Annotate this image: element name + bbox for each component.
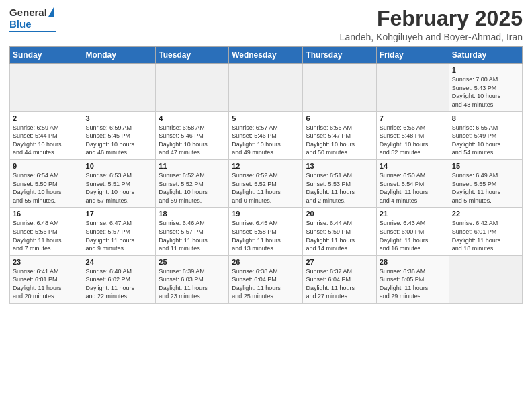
calendar-cell: [83, 64, 156, 111]
day-info: Sunrise: 6:59 AM Sunset: 5:45 PM Dayligh…: [86, 124, 153, 157]
calendar-cell: 14Sunrise: 6:50 AM Sunset: 5:54 PM Dayli…: [376, 159, 449, 207]
day-info: Sunrise: 6:49 AM Sunset: 5:55 PM Dayligh…: [452, 171, 519, 205]
calendar-cell: [229, 64, 303, 111]
day-number: 20: [306, 210, 373, 218]
day-number: 26: [232, 258, 300, 266]
calendar-cell: 11Sunrise: 6:52 AM Sunset: 5:52 PM Dayli…: [156, 159, 229, 207]
calendar-cell: [376, 64, 449, 111]
page: General Blue February 2025 Landeh, Kohgi…: [0, 0, 532, 411]
calendar-day-header-tuesday: Tuesday: [156, 47, 229, 64]
day-info: Sunrise: 6:57 AM Sunset: 5:46 PM Dayligh…: [232, 124, 300, 157]
day-info: Sunrise: 6:52 AM Sunset: 5:52 PM Dayligh…: [232, 171, 300, 205]
calendar-cell: 20Sunrise: 6:44 AM Sunset: 5:59 PM Dayli…: [303, 208, 376, 255]
day-info: Sunrise: 6:53 AM Sunset: 5:51 PM Dayligh…: [86, 171, 153, 205]
day-info: Sunrise: 7:00 AM Sunset: 5:43 PM Dayligh…: [452, 75, 519, 109]
calendar-cell: 7Sunrise: 6:56 AM Sunset: 5:48 PM Daylig…: [376, 111, 449, 159]
calendar-week-row: 1Sunrise: 7:00 AM Sunset: 5:43 PM Daylig…: [10, 64, 523, 111]
day-info: Sunrise: 6:43 AM Sunset: 6:00 PM Dayligh…: [380, 219, 446, 253]
day-number: 14: [380, 162, 446, 170]
calendar-day-header-wednesday: Wednesday: [229, 47, 303, 64]
calendar-day-header-sunday: Sunday: [10, 47, 83, 64]
calendar-cell: [449, 255, 522, 303]
logo-general-text: General: [9, 7, 47, 18]
logo-blue-text: Blue: [9, 18, 32, 30]
header: General Blue February 2025 Landeh, Kohgi…: [9, 7, 523, 42]
day-number: 12: [232, 162, 300, 170]
calendar-cell: 13Sunrise: 6:51 AM Sunset: 5:53 PM Dayli…: [303, 159, 376, 207]
calendar-cell: 5Sunrise: 6:57 AM Sunset: 5:46 PM Daylig…: [229, 111, 303, 159]
calendar-cell: 4Sunrise: 6:58 AM Sunset: 5:46 PM Daylig…: [156, 111, 229, 159]
logo: General Blue: [9, 7, 70, 32]
day-number: 15: [452, 162, 519, 170]
day-info: Sunrise: 6:56 AM Sunset: 5:47 PM Dayligh…: [306, 124, 373, 157]
day-number: 17: [86, 210, 153, 218]
calendar-cell: [303, 64, 376, 111]
calendar-header-row: SundayMondayTuesdayWednesdayThursdayFrid…: [10, 47, 523, 64]
calendar: SundayMondayTuesdayWednesdayThursdayFrid…: [9, 46, 523, 304]
calendar-cell: 19Sunrise: 6:45 AM Sunset: 5:58 PM Dayli…: [229, 208, 303, 255]
day-info: Sunrise: 6:52 AM Sunset: 5:52 PM Dayligh…: [159, 171, 226, 205]
day-info: Sunrise: 6:51 AM Sunset: 5:53 PM Dayligh…: [306, 171, 373, 205]
day-info: Sunrise: 6:44 AM Sunset: 5:59 PM Dayligh…: [306, 219, 373, 253]
calendar-cell: 22Sunrise: 6:42 AM Sunset: 6:01 PM Dayli…: [449, 208, 522, 255]
calendar-cell: [156, 64, 229, 111]
calendar-cell: 17Sunrise: 6:47 AM Sunset: 5:57 PM Dayli…: [83, 208, 156, 255]
day-number: 6: [306, 114, 373, 122]
header-right: February 2025 Landeh, Kohgiluyeh and Boy…: [340, 7, 523, 42]
day-number: 18: [159, 210, 226, 218]
day-info: Sunrise: 6:37 AM Sunset: 6:04 PM Dayligh…: [306, 267, 373, 301]
day-info: Sunrise: 6:48 AM Sunset: 5:56 PM Dayligh…: [13, 219, 80, 253]
day-info: Sunrise: 6:39 AM Sunset: 6:03 PM Dayligh…: [159, 267, 226, 301]
calendar-cell: 15Sunrise: 6:49 AM Sunset: 5:55 PM Dayli…: [449, 159, 522, 207]
calendar-week-row: 23Sunrise: 6:41 AM Sunset: 6:01 PM Dayli…: [10, 255, 523, 303]
calendar-day-header-friday: Friday: [376, 47, 449, 64]
day-number: 11: [159, 162, 226, 170]
day-info: Sunrise: 6:42 AM Sunset: 6:01 PM Dayligh…: [452, 219, 519, 253]
day-number: 2: [13, 114, 80, 122]
day-number: 7: [380, 114, 446, 122]
day-number: 4: [159, 114, 226, 122]
calendar-week-row: 2Sunrise: 6:59 AM Sunset: 5:44 PM Daylig…: [10, 111, 523, 159]
location-title: Landeh, Kohgiluyeh and Boyer-Ahmad, Iran: [340, 32, 523, 42]
calendar-day-header-monday: Monday: [83, 47, 156, 64]
day-info: Sunrise: 6:38 AM Sunset: 6:04 PM Dayligh…: [232, 267, 300, 301]
calendar-day-header-saturday: Saturday: [449, 47, 522, 64]
calendar-cell: [10, 64, 83, 111]
day-info: Sunrise: 6:58 AM Sunset: 5:46 PM Dayligh…: [159, 124, 226, 157]
calendar-cell: 24Sunrise: 6:40 AM Sunset: 6:02 PM Dayli…: [83, 255, 156, 303]
month-title: February 2025: [340, 7, 523, 30]
day-number: 13: [306, 162, 373, 170]
day-number: 25: [159, 258, 226, 266]
calendar-cell: 1Sunrise: 7:00 AM Sunset: 5:43 PM Daylig…: [449, 64, 522, 111]
calendar-cell: 10Sunrise: 6:53 AM Sunset: 5:51 PM Dayli…: [83, 159, 156, 207]
day-number: 10: [86, 162, 153, 170]
calendar-cell: 8Sunrise: 6:55 AM Sunset: 5:49 PM Daylig…: [449, 111, 522, 159]
day-info: Sunrise: 6:55 AM Sunset: 5:49 PM Dayligh…: [452, 124, 519, 157]
day-number: 9: [13, 162, 80, 170]
day-info: Sunrise: 6:56 AM Sunset: 5:48 PM Dayligh…: [380, 124, 446, 157]
day-number: 27: [306, 258, 373, 266]
logo-underline: [9, 31, 56, 32]
calendar-cell: 28Sunrise: 6:36 AM Sunset: 6:05 PM Dayli…: [376, 255, 449, 303]
day-number: 24: [86, 258, 153, 266]
day-info: Sunrise: 6:45 AM Sunset: 5:58 PM Dayligh…: [232, 219, 300, 253]
calendar-cell: 26Sunrise: 6:38 AM Sunset: 6:04 PM Dayli…: [229, 255, 303, 303]
day-info: Sunrise: 6:54 AM Sunset: 5:50 PM Dayligh…: [13, 171, 80, 205]
calendar-cell: 18Sunrise: 6:46 AM Sunset: 5:57 PM Dayli…: [156, 208, 229, 255]
day-number: 22: [452, 210, 519, 218]
day-info: Sunrise: 6:46 AM Sunset: 5:57 PM Dayligh…: [159, 219, 226, 253]
day-number: 16: [13, 210, 80, 218]
calendar-cell: 6Sunrise: 6:56 AM Sunset: 5:47 PM Daylig…: [303, 111, 376, 159]
calendar-cell: 27Sunrise: 6:37 AM Sunset: 6:04 PM Dayli…: [303, 255, 376, 303]
calendar-cell: 23Sunrise: 6:41 AM Sunset: 6:01 PM Dayli…: [10, 255, 83, 303]
day-number: 19: [232, 210, 300, 218]
calendar-cell: 12Sunrise: 6:52 AM Sunset: 5:52 PM Dayli…: [229, 159, 303, 207]
calendar-cell: 3Sunrise: 6:59 AM Sunset: 5:45 PM Daylig…: [83, 111, 156, 159]
day-info: Sunrise: 6:40 AM Sunset: 6:02 PM Dayligh…: [86, 267, 153, 301]
day-info: Sunrise: 6:41 AM Sunset: 6:01 PM Dayligh…: [13, 267, 80, 301]
calendar-cell: 25Sunrise: 6:39 AM Sunset: 6:03 PM Dayli…: [156, 255, 229, 303]
day-info: Sunrise: 6:59 AM Sunset: 5:44 PM Dayligh…: [13, 124, 80, 157]
day-number: 3: [86, 114, 153, 122]
day-number: 8: [452, 114, 519, 122]
calendar-cell: 9Sunrise: 6:54 AM Sunset: 5:50 PM Daylig…: [10, 159, 83, 207]
